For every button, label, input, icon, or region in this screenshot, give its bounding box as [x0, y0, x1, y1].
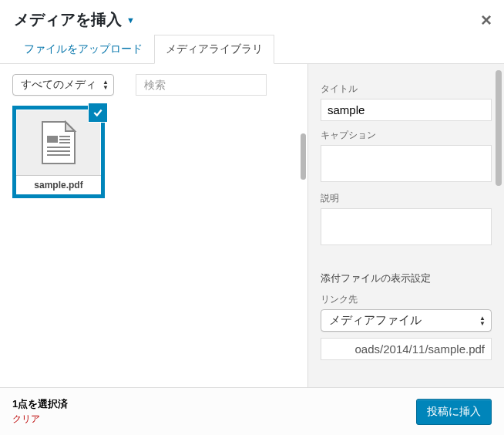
attachment-details-sidebar: タイトル キャプション 説明 添付ファイルの表示設定 リンク先 メディアファイル…	[307, 64, 504, 387]
svg-rect-2	[47, 136, 58, 143]
attachments-browser: すべてのメディ ▲▼	[0, 64, 307, 387]
selected-check-badge[interactable]	[89, 103, 107, 122]
modal-body: すべてのメディ ▲▼	[0, 64, 504, 387]
svg-marker-1	[66, 122, 75, 131]
selection-info: 1点を選択済 クリア	[12, 397, 68, 426]
select-stepper-icon: ▲▼	[479, 315, 486, 326]
insert-button-label: 投稿に挿入	[427, 405, 481, 417]
attachments-scrollbar[interactable]	[301, 133, 306, 180]
clear-selection-link[interactable]: クリア	[12, 413, 68, 426]
tab-upload-label: ファイルをアップロード	[24, 42, 143, 55]
linkto-select-value: メディアファイル	[329, 313, 422, 328]
check-icon	[92, 107, 103, 118]
title-field[interactable]	[321, 99, 492, 121]
media-type-filter-label: すべてのメディ	[21, 78, 96, 92]
search-input[interactable]	[136, 74, 267, 96]
media-type-filter[interactable]: すべてのメディ ▲▼	[12, 74, 114, 96]
linkto-select[interactable]: メディアファイル ▲▼	[321, 309, 492, 332]
select-stepper-icon: ▲▼	[102, 79, 109, 90]
caption-field-label: キャプション	[321, 129, 492, 142]
details-scrollbar[interactable]	[496, 70, 502, 186]
linkto-field-label: リンク先	[321, 293, 492, 306]
description-field-label: 説明	[321, 192, 492, 205]
close-button[interactable]: ×	[481, 11, 492, 29]
display-settings-heading: 添付ファイルの表示設定	[321, 272, 492, 285]
tab-library-label: メディアライブラリ	[166, 42, 263, 55]
description-field[interactable]	[321, 208, 492, 245]
modal-title: メディアを挿入	[14, 9, 122, 30]
document-icon	[39, 120, 78, 165]
link-url-field[interactable]	[321, 338, 492, 360]
tab-upload-files[interactable]: ファイルをアップロード	[12, 35, 154, 64]
caption-field[interactable]	[321, 145, 492, 182]
tabs: ファイルをアップロード メディアライブラリ	[0, 35, 504, 64]
title-field-label: タイトル	[321, 83, 492, 96]
attachment-item[interactable]: sample.pdf	[12, 106, 105, 198]
attachments-toolbar: すべてのメディ ▲▼	[0, 64, 307, 106]
attachment-filename: sample.pdf	[16, 175, 101, 194]
attachments-grid: sample.pdf	[0, 106, 307, 198]
modal-header: メディアを挿入 ▼ ×	[0, 0, 504, 35]
insert-button[interactable]: 投稿に挿入	[416, 399, 492, 425]
tab-media-library[interactable]: メディアライブラリ	[154, 35, 274, 64]
close-icon: ×	[481, 9, 492, 30]
chevron-down-icon: ▼	[126, 15, 135, 25]
selection-count-text: 1点を選択済	[12, 398, 68, 410]
modal-title-wrap[interactable]: メディアを挿入 ▼	[14, 9, 135, 30]
modal-footer: 1点を選択済 クリア 投稿に挿入	[0, 387, 504, 435]
